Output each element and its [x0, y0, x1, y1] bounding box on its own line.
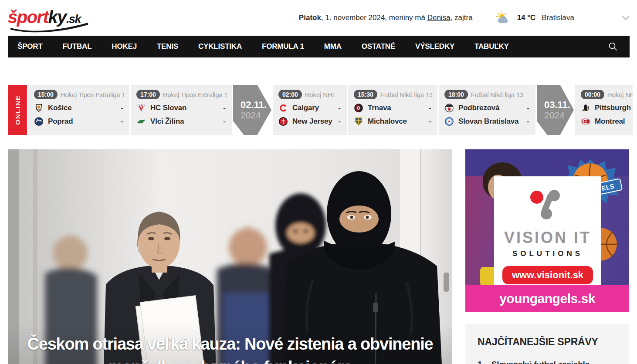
weather-temperature: 14 °C — [517, 13, 536, 22]
main-navigation: ŠPORT FUTBAL HOKEJ TENIS CYKLISTIKA FORM… — [8, 36, 630, 57]
header-right: Piatok, 1. november 2024, meniny má Deni… — [299, 0, 633, 36]
team-row-home: Pittsburgh — [581, 103, 633, 113]
most-read-item[interactable]: 1. Slovenský futbal zasiahla — [478, 360, 617, 364]
match-league: Futbal Niké liga 13 — [380, 91, 432, 98]
nav-item-sport[interactable]: ŠPORT — [12, 42, 48, 51]
team-row-home: Podbrezová - — [444, 103, 530, 113]
separator-date: 02.11. — [241, 100, 271, 110]
home-team-score: - — [429, 104, 432, 112]
top-header: športky.sk Piatok, 1. november 2024, men… — [8, 0, 633, 36]
nav-item-mma[interactable]: MMA — [319, 42, 347, 51]
away-team-score: - — [223, 117, 227, 126]
match-card-trnava-michalovce[interactable]: 15:30 Futbal Niké liga 13 Trnava - Micha… — [348, 85, 437, 135]
match-league: Hokej Tipos Extraliga 16 — [163, 91, 227, 98]
name-day-link[interactable]: Denisa — [427, 13, 451, 22]
poprad-logo-icon — [34, 117, 44, 126]
ad-footer-strip[interactable]: youngangels.sk — [465, 285, 629, 312]
live-score-ticker: ONLINE 15:00 Hokej Tipos Extraliga 16 Ko… — [8, 85, 633, 135]
kosice-logo-icon — [34, 103, 44, 113]
weather-sun-cloud-icon — [495, 11, 512, 25]
vision-it-logo-icon — [524, 188, 572, 222]
slovan-bratislava-logo-icon — [444, 117, 454, 126]
pittsburgh-penguins-logo-icon — [581, 103, 590, 113]
home-team-score: - — [223, 104, 227, 112]
away-team-score: - — [527, 117, 530, 126]
nav-item-tabulky[interactable]: TABUĽKY — [469, 42, 514, 51]
online-badge: ONLINE — [8, 85, 27, 135]
away-team-name: Montreal — [595, 117, 625, 126]
match-card-podbrezova-slovan[interactable]: 18:00 Futbal Niké liga 13 Podbrezová - S… — [439, 85, 535, 135]
date-suffix: , zajtra — [451, 13, 473, 22]
ad-brand-name: VISION IT — [504, 229, 591, 247]
match-card-slovan-zilina[interactable]: 17:00 Hokej Tipos Extraliga 16 HC Slovan… — [131, 85, 232, 135]
match-card-pittsburgh-montreal[interactable]: 00:00 Hokej NHL Pittsburgh Montreal — [575, 85, 633, 135]
article-photo — [8, 149, 452, 364]
match-time-badge: 17:00 — [136, 90, 160, 99]
home-team-name: Košice — [48, 104, 72, 112]
nav-item-vysledky[interactable]: VÝSLEDKY — [410, 42, 460, 51]
away-team-score: - — [121, 117, 124, 126]
advertisement-banner[interactable]: ELS VISION IT SOLUTIONS www.v — [465, 149, 629, 312]
logo-swoosh — [9, 22, 89, 33]
nav-item-cyklistika[interactable]: CYKLISTIKA — [193, 42, 247, 51]
away-team-name: New Jersey — [292, 117, 332, 126]
team-row-home: Calgary - — [278, 103, 342, 113]
team-row-away: Michalovce - — [354, 117, 432, 126]
match-time-badge: 18:00 — [444, 90, 468, 99]
away-team-name: Michalovce — [368, 117, 407, 126]
team-row-away: Vlci Žilina - — [136, 117, 227, 126]
match-time-badge: 15:30 — [354, 90, 377, 99]
match-time-badge: 15:00 — [34, 90, 58, 99]
most-read-item-title: Slovenský futbal zasiahla — [491, 360, 590, 364]
match-time-badge: 00:00 — [581, 90, 604, 99]
trnava-logo-icon — [354, 103, 363, 113]
match-league: Hokej Tipos Extraliga 16 — [61, 91, 124, 98]
separator-date: 03.11. — [544, 100, 574, 110]
ad-white-card: VISION IT SOLUTIONS www.visionit.sk — [494, 176, 601, 286]
match-card-kosice-poprad[interactable]: 15:00 Hokej Tipos Extraliga 16 Košice - … — [28, 85, 129, 135]
main-article[interactable]: Českom otriasa veľká kauza: Nové zisteni… — [8, 149, 452, 364]
away-team-name: Poprad — [48, 117, 73, 126]
team-row-home: Trnava - — [354, 103, 432, 113]
team-row-away: Montreal — [581, 117, 633, 126]
match-card-calgary-newjersey[interactable]: 02:00 Hokej NHL Calgary - New Jersey - — [273, 85, 347, 135]
article-headline: Českom otriasa veľká kauza: Nové zisteni… — [21, 333, 439, 364]
weather-city: Bratislava — [542, 13, 574, 22]
away-team-name: Slovan Bratislava — [458, 117, 518, 126]
home-team-name: Trnava — [368, 104, 391, 112]
ad-url-button[interactable]: www.visionit.sk — [502, 266, 593, 284]
most-read-rank: 1. — [478, 360, 485, 364]
date-middle: , 1. november 2024, meniny má — [321, 13, 427, 22]
nav-item-hokej[interactable]: HOKEJ — [106, 42, 142, 51]
ad-brand-subtitle: SOLUTIONS — [512, 249, 583, 258]
search-icon[interactable] — [608, 41, 618, 52]
ad-footer-url: youngangels.sk — [499, 291, 595, 306]
sidebar: ELS VISION IT SOLUTIONS www.v — [465, 149, 629, 364]
chevron-down-icon[interactable] — [621, 15, 630, 20]
calgary-flames-logo-icon — [278, 103, 288, 113]
nav-item-ostatne[interactable]: OSTATNÉ — [356, 42, 400, 51]
nav-item-futbal[interactable]: FUTBAL — [58, 42, 97, 51]
away-team-name: Vlci Žilina — [150, 117, 184, 126]
home-team-name: Podbrezová — [458, 104, 499, 112]
nav-item-formula-1[interactable]: FORMULA 1 — [257, 42, 309, 51]
separator-year: 2024 — [544, 110, 574, 121]
nav-item-tenis[interactable]: TENIS — [152, 42, 183, 51]
date-separator: 02.11. 2024 — [233, 85, 271, 135]
match-head: 18:00 Futbal Niké liga 13 — [444, 90, 530, 99]
hc-slovan-logo-icon — [136, 103, 146, 113]
vlci-zilina-logo-icon — [136, 117, 146, 126]
team-row-home: Košice - — [34, 103, 124, 113]
separator-year: 2024 — [241, 110, 271, 121]
home-team-name: HC Slovan — [150, 104, 186, 112]
most-read-title: NAJČÍTANEJŠIE SPRÁVY — [478, 336, 617, 348]
team-row-away: Slovan Bratislava - — [444, 117, 530, 126]
match-head: 15:00 Hokej Tipos Extraliga 16 — [34, 90, 124, 99]
michalovce-logo-icon — [354, 117, 363, 126]
most-read-box: NAJČÍTANEJŠIE SPRÁVY 1. Slovenský futbal… — [465, 324, 629, 364]
site-logo[interactable]: športky.sk — [8, 4, 99, 31]
online-label: ONLINE — [14, 95, 21, 125]
match-league: Hokej NHL — [305, 91, 336, 98]
weather-widget[interactable]: 14 °C Bratislava — [484, 11, 574, 25]
new-jersey-devils-logo-icon — [278, 117, 288, 126]
